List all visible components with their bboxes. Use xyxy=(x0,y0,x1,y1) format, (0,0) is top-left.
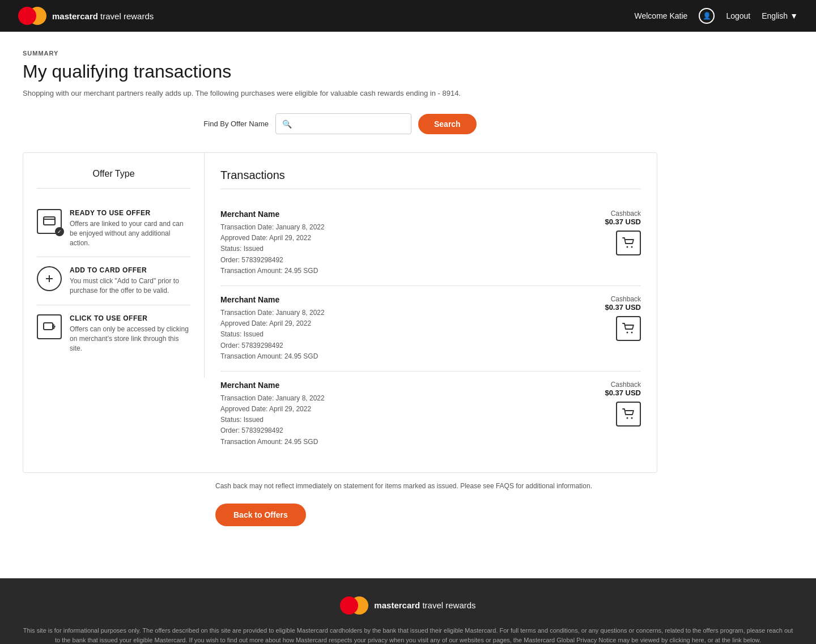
offer-item-text-click: CLICK TO USE OFFER Offers can only be ac… xyxy=(70,314,190,353)
transactions-title: Transactions xyxy=(220,169,641,189)
svg-point-7 xyxy=(631,246,633,248)
header: mastercard travel rewards Welcome Katie … xyxy=(0,0,816,32)
footer-mastercard-logo xyxy=(340,596,368,615)
transaction-left-1: Merchant Name Transaction Date: January … xyxy=(220,210,325,276)
add-to-card-icon xyxy=(37,266,62,291)
svg-point-9 xyxy=(631,331,633,333)
svg-point-8 xyxy=(627,331,628,333)
brand-name: mastercard travel rewards xyxy=(52,11,154,21)
page-description: Shopping with our merchant partners real… xyxy=(23,89,657,97)
offer-item-text-add: ADD TO CARD OFFER You must click "Add to… xyxy=(70,266,190,296)
offer-type-panel: Offer Type ✓ READY TO USE OFFER Offers a… xyxy=(23,153,205,378)
transaction-right-2: Cashback $0.37 USD xyxy=(605,295,641,341)
header-right: Welcome Katie 👤 Logout English ▼ xyxy=(634,8,798,24)
logo-red-circle xyxy=(18,7,36,25)
table-row: Merchant Name Transaction Date: January … xyxy=(220,286,641,372)
cart-icon-2 xyxy=(616,316,641,341)
cart-icon-3 xyxy=(616,402,641,427)
summary-label: SUMMARY xyxy=(23,50,657,57)
transactions-panel: Transactions Merchant Name Transaction D… xyxy=(205,153,657,472)
svg-rect-0 xyxy=(44,217,55,225)
profile-icon[interactable]: 👤 xyxy=(699,8,715,24)
offer-item-ready: ✓ READY TO USE OFFER Offers are linked t… xyxy=(37,200,190,257)
search-icon: 🔍 xyxy=(282,120,292,129)
table-row: Merchant Name Transaction Date: January … xyxy=(220,372,641,457)
language-selector[interactable]: English ▼ xyxy=(762,11,798,20)
header-left: mastercard travel rewards xyxy=(18,7,154,25)
main-content: SUMMARY My qualifying transactions Shopp… xyxy=(0,32,680,544)
search-input[interactable] xyxy=(275,113,411,134)
logout-button[interactable]: Logout xyxy=(726,11,750,20)
transaction-right-3: Cashback $0.37 USD xyxy=(605,381,641,427)
search-label: Find By Offer Name xyxy=(203,120,269,128)
search-button[interactable]: Search xyxy=(418,114,477,134)
transactions-footer: Cash back may not reflect immediately on… xyxy=(23,482,657,526)
search-input-wrap: 🔍 xyxy=(275,113,411,134)
transaction-left-2: Merchant Name Transaction Date: January … xyxy=(220,295,325,362)
transaction-details-1: Transaction Date: January 8, 2022 Approv… xyxy=(220,222,325,276)
footer-brand-name: mastercard travel rewards xyxy=(374,600,475,610)
search-bar: Find By Offer Name 🔍 Search xyxy=(23,113,657,134)
transaction-details-2: Transaction Date: January 8, 2022 Approv… xyxy=(220,308,325,362)
offer-item-text-ready: READY TO USE OFFER Offers are linked to … xyxy=(70,209,190,248)
transaction-right-1: Cashback $0.37 USD xyxy=(605,210,641,255)
click-to-use-icon xyxy=(37,314,62,339)
welcome-text: Welcome Katie xyxy=(634,11,687,20)
offer-type-title: Offer Type xyxy=(37,169,190,189)
chevron-down-icon: ▼ xyxy=(790,11,798,20)
check-badge: ✓ xyxy=(55,227,64,236)
back-to-offers-button[interactable]: Back to Offers xyxy=(215,504,306,526)
transaction-details-3: Transaction Date: January 8, 2022 Approv… xyxy=(220,393,325,447)
svg-point-6 xyxy=(627,246,628,248)
svg-point-10 xyxy=(627,417,628,419)
mastercard-logo xyxy=(18,7,46,25)
page-title: My qualifying transactions xyxy=(23,61,657,82)
footer-logo-red xyxy=(340,596,358,615)
two-col-layout: Offer Type ✓ READY TO USE OFFER Offers a… xyxy=(23,152,657,473)
footer-disclaimer: This site is for informational purposes … xyxy=(23,626,793,644)
svg-rect-4 xyxy=(44,323,53,330)
ready-to-use-icon: ✓ xyxy=(37,209,62,234)
offer-item-click: CLICK TO USE OFFER Offers can only be ac… xyxy=(37,305,190,362)
table-row: Merchant Name Transaction Date: January … xyxy=(220,201,641,286)
cashback-note: Cash back may not reflect immediately on… xyxy=(215,482,657,490)
transaction-left-3: Merchant Name Transaction Date: January … xyxy=(220,381,325,447)
footer: mastercard travel rewards This site is f… xyxy=(0,578,816,644)
offer-item-add: ADD TO CARD OFFER You must click "Add to… xyxy=(37,257,190,305)
svg-point-11 xyxy=(631,417,633,419)
cart-icon-1 xyxy=(616,231,641,255)
footer-logo-row: mastercard travel rewards xyxy=(23,596,793,615)
